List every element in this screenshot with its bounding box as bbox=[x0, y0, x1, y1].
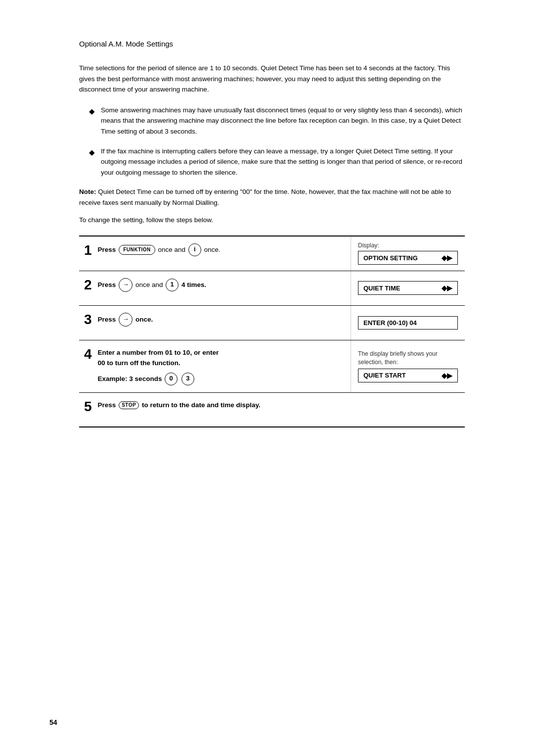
step-4-sub-text: 00 to turn off the function. bbox=[98, 359, 180, 367]
step-3-press: Press bbox=[98, 315, 116, 323]
step-2-press: Press bbox=[98, 281, 116, 288]
step-3-right: ENTER (00-10) 04 bbox=[351, 306, 465, 340]
num1-button-icon: 1 bbox=[166, 279, 178, 291]
page-number: 54 bbox=[49, 718, 57, 726]
step-2-times: 4 times. bbox=[181, 281, 206, 288]
bullet-diamond-1: ◆ bbox=[89, 105, 95, 117]
step-4-left: 4 Enter a number from 01 to 10, or enter… bbox=[79, 340, 351, 392]
step-1-right: Display: OPTION SETTING ◆▶ bbox=[351, 236, 465, 271]
step-4-display-text: QUIET START bbox=[363, 372, 406, 379]
step-5-press: Press bbox=[98, 401, 116, 409]
step-5-content: Press STOP to return to the date and tim… bbox=[98, 400, 261, 411]
step-4-display-box: QUIET START ◆▶ bbox=[358, 369, 458, 382]
info-button-icon: i bbox=[188, 243, 201, 256]
step-1-display-arrow: ◆▶ bbox=[442, 254, 452, 262]
step-4-example-label: Example: 3 seconds bbox=[98, 375, 162, 382]
bullet-diamond-2: ◆ bbox=[89, 146, 95, 158]
step-5-left: 5 Press STOP to return to the date and t… bbox=[79, 393, 465, 426]
step-4-content: Enter a number from 01 to 10, or enter 0… bbox=[98, 347, 219, 385]
step-2-left: 2 Press → once and 1 4 times. bbox=[79, 271, 351, 305]
follow-text: To change the setting, follow the steps … bbox=[79, 216, 485, 224]
step-2-display-box: QUIET TIME ◆▶ bbox=[358, 281, 458, 295]
step-1-number: 1 bbox=[84, 243, 92, 257]
step-5-return-text: to return to the date and time display. bbox=[142, 401, 261, 409]
bullet-text-1: Some answering machines may have unusual… bbox=[101, 105, 465, 137]
step-4-number: 4 bbox=[84, 347, 92, 361]
step-4-display-arrow: ◆▶ bbox=[442, 372, 452, 379]
example-btn-0: 0 bbox=[165, 373, 178, 385]
step-2-display-arrow: ◆▶ bbox=[442, 284, 452, 292]
step-row-4: 4 Enter a number from 01 to 10, or enter… bbox=[79, 340, 465, 393]
step-1-press: Press bbox=[98, 245, 116, 253]
bullet-section: ◆ Some answering machines may have unusu… bbox=[89, 105, 465, 178]
bullet-item-1: ◆ Some answering machines may have unusu… bbox=[89, 105, 465, 137]
step-1-once: once. bbox=[204, 245, 221, 253]
step-4-main-text: Enter a number from 01 to 10, or enter bbox=[98, 349, 219, 356]
step-4-right: The display briefly shows your selection… bbox=[351, 340, 465, 392]
step-1-display-text: OPTION SETTING bbox=[363, 254, 418, 262]
step-2-number: 2 bbox=[84, 278, 92, 292]
note-text: Note: Quiet Detect Time can be turned of… bbox=[79, 187, 465, 208]
step-5-number: 5 bbox=[84, 400, 92, 414]
step-2-display-text: QUIET TIME bbox=[363, 284, 400, 292]
step-3-left: 3 Press → once. bbox=[79, 306, 351, 340]
stop-button-icon: STOP bbox=[119, 401, 139, 409]
steps-table: 1 Press FUNKTION once and i once. Displa… bbox=[79, 236, 465, 427]
bullet-text-2: If the fax machine is interrupting calle… bbox=[101, 146, 465, 178]
step-1-once-and: once and bbox=[158, 245, 187, 253]
intro-paragraph: Time selections for the period of silenc… bbox=[79, 63, 465, 95]
step-row-2: 2 Press → once and 1 4 times. QUIET TIME… bbox=[79, 271, 465, 306]
arrow-button-icon-3: → bbox=[119, 313, 133, 327]
step-3-display-box: ENTER (00-10) 04 bbox=[358, 316, 458, 330]
step-row-1: 1 Press FUNKTION once and i once. Displa… bbox=[79, 236, 465, 271]
step-2-right: QUIET TIME ◆▶ bbox=[351, 271, 465, 305]
funktion-button-icon: FUNKTION bbox=[119, 245, 155, 255]
step-1-content: Press FUNKTION once and i once. bbox=[98, 243, 221, 256]
step-3-content: Press → once. bbox=[98, 313, 153, 327]
step-4-brief-text: The display briefly shows your selection… bbox=[358, 350, 458, 367]
step-3-display-text: ENTER (00-10) 04 bbox=[363, 319, 417, 327]
step-1-display-box: OPTION SETTING ◆▶ bbox=[358, 251, 458, 265]
step-3-once: once. bbox=[135, 315, 153, 323]
arrow-button-icon-2: → bbox=[119, 278, 133, 292]
step-3-number: 3 bbox=[84, 313, 92, 327]
note-label: Note: bbox=[79, 188, 96, 195]
step-4-example: Example: 3 seconds 0 3 bbox=[98, 373, 219, 385]
bullet-item-2: ◆ If the fax machine is interrupting cal… bbox=[89, 146, 465, 178]
step-2-content: Press → once and 1 4 times. bbox=[98, 278, 207, 292]
example-btn-3: 3 bbox=[181, 373, 194, 385]
step-1-display-label: Display: bbox=[358, 242, 458, 249]
step-row-3: 3 Press → once. ENTER (00-10) 04 bbox=[79, 306, 465, 340]
note-body: Quiet Detect Time can be turned off by e… bbox=[79, 188, 451, 206]
step-1-left: 1 Press FUNKTION once and i once. bbox=[79, 236, 351, 271]
step-row-5: 5 Press STOP to return to the date and t… bbox=[79, 393, 465, 427]
step-2-once-and: once and bbox=[135, 281, 165, 288]
page-title: Optional A.M. Mode Settings bbox=[79, 40, 485, 48]
